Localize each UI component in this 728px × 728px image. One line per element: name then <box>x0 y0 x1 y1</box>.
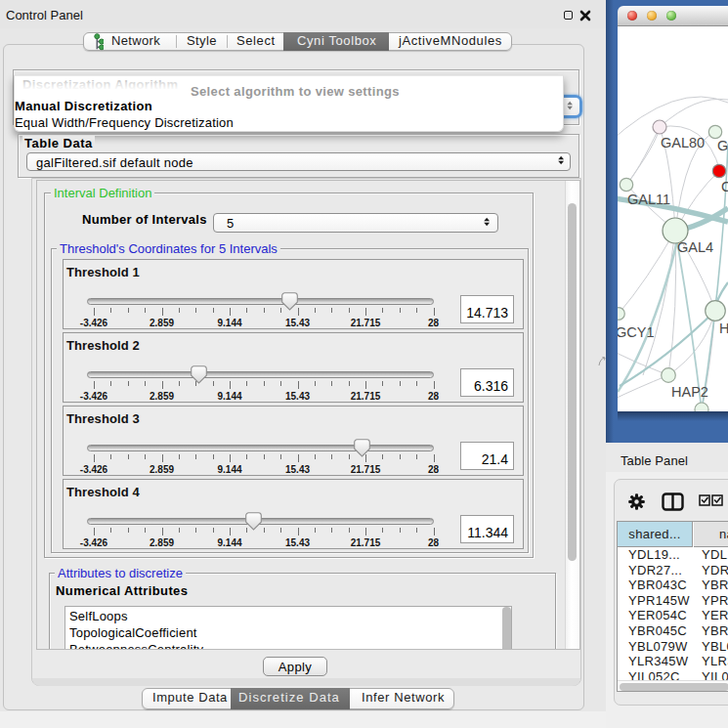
svg-text:GAL4: GAL4 <box>677 239 713 255</box>
svg-text:GCY1: GCY1 <box>618 324 655 340</box>
svg-text:GA: GA <box>717 138 728 153</box>
svg-text:H: H <box>719 321 728 336</box>
svg-text:GAL11: GAL11 <box>627 192 670 207</box>
svg-text:HAP2: HAP2 <box>671 384 708 400</box>
svg-text:GAL80: GAL80 <box>661 135 705 150</box>
svg-text:C: C <box>721 179 728 194</box>
